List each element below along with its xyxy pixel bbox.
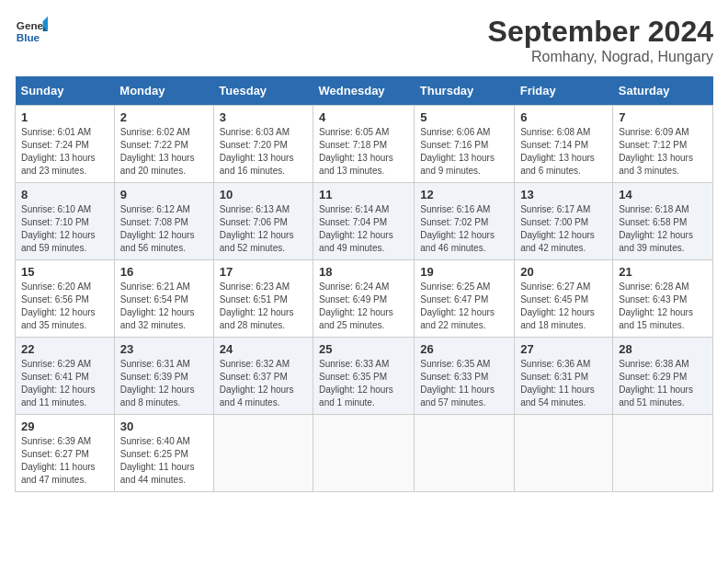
day-number: 18 (319, 265, 408, 279)
day-info: Sunrise: 6:20 AMSunset: 6:56 PMDaylight:… (21, 282, 96, 330)
day-number: 26 (420, 342, 508, 356)
calendar-cell: 12 Sunrise: 6:16 AMSunset: 7:02 PMDaylig… (415, 183, 515, 260)
day-info: Sunrise: 6:40 AMSunset: 6:25 PMDaylight:… (120, 436, 195, 485)
weekday-header-cell: Thursday (415, 76, 515, 106)
calendar-cell: 26 Sunrise: 6:35 AMSunset: 6:33 PMDaylig… (415, 338, 515, 415)
calendar-cell: 16 Sunrise: 6:21 AMSunset: 6:54 PMDaylig… (114, 260, 213, 338)
day-number: 5 (420, 110, 508, 124)
calendar-cell: 5 Sunrise: 6:06 AMSunset: 7:16 PMDayligh… (415, 106, 515, 183)
day-info: Sunrise: 6:17 AMSunset: 7:00 PMDaylight:… (520, 204, 595, 253)
calendar-row: 1 Sunrise: 6:01 AMSunset: 7:24 PMDayligh… (16, 106, 713, 183)
calendar-cell: 9 Sunrise: 6:12 AMSunset: 7:08 PMDayligh… (114, 183, 213, 260)
weekday-header-cell: Sunday (16, 76, 115, 106)
calendar-cell: 2 Sunrise: 6:02 AMSunset: 7:22 PMDayligh… (114, 106, 213, 183)
day-number: 15 (21, 265, 108, 279)
calendar-cell: 8 Sunrise: 6:10 AMSunset: 7:10 PMDayligh… (16, 183, 115, 260)
weekday-header-cell: Wednesday (313, 76, 415, 106)
day-number: 19 (420, 265, 508, 279)
calendar-cell: 30 Sunrise: 6:40 AMSunset: 6:25 PMDaylig… (114, 415, 213, 492)
day-number: 2 (120, 110, 208, 124)
calendar-cell: 19 Sunrise: 6:25 AMSunset: 6:47 PMDaylig… (415, 260, 515, 338)
calendar-cell: 24 Sunrise: 6:32 AMSunset: 6:37 PMDaylig… (213, 338, 313, 415)
calendar-cell: 20 Sunrise: 6:27 AMSunset: 6:45 PMDaylig… (515, 260, 613, 338)
day-info: Sunrise: 6:02 AMSunset: 7:22 PMDaylight:… (120, 127, 195, 176)
day-number: 12 (420, 188, 508, 201)
day-number: 21 (619, 265, 707, 279)
day-info: Sunrise: 6:31 AMSunset: 6:39 PMDaylight:… (120, 359, 195, 408)
calendar-body: 1 Sunrise: 6:01 AMSunset: 7:24 PMDayligh… (16, 106, 713, 492)
weekday-header-cell: Tuesday (213, 76, 313, 106)
title-area: September 2024 Romhany, Nograd, Hungary (488, 15, 713, 65)
calendar-row: 22 Sunrise: 6:29 AMSunset: 6:41 PMDaylig… (16, 338, 713, 415)
day-info: Sunrise: 6:21 AMSunset: 6:54 PMDaylight:… (120, 282, 195, 330)
calendar-cell: 10 Sunrise: 6:13 AMSunset: 7:06 PMDaylig… (213, 183, 313, 260)
calendar-cell: 17 Sunrise: 6:23 AMSunset: 6:51 PMDaylig… (213, 260, 313, 338)
location-title: Romhany, Nograd, Hungary (488, 49, 713, 65)
day-number: 29 (21, 419, 108, 433)
calendar-cell: 14 Sunrise: 6:18 AMSunset: 6:58 PMDaylig… (613, 183, 713, 260)
day-info: Sunrise: 6:16 AMSunset: 7:02 PMDaylight:… (420, 204, 495, 253)
day-info: Sunrise: 6:10 AMSunset: 7:10 PMDaylight:… (21, 204, 96, 253)
day-number: 17 (220, 265, 307, 279)
logo: General Blue (15, 15, 48, 48)
calendar-row: 8 Sunrise: 6:10 AMSunset: 7:10 PMDayligh… (16, 183, 713, 260)
header: General Blue September 2024 Romhany, Nog… (15, 15, 713, 65)
calendar-cell: 27 Sunrise: 6:36 AMSunset: 6:31 PMDaylig… (515, 338, 613, 415)
calendar-cell (313, 415, 415, 492)
calendar-cell: 7 Sunrise: 6:09 AMSunset: 7:12 PMDayligh… (613, 106, 713, 183)
weekday-header: SundayMondayTuesdayWednesdayThursdayFrid… (16, 76, 713, 106)
day-number: 16 (120, 265, 208, 279)
day-info: Sunrise: 6:14 AMSunset: 7:04 PMDaylight:… (319, 204, 393, 253)
calendar-cell: 15 Sunrise: 6:20 AMSunset: 6:56 PMDaylig… (16, 260, 115, 338)
day-number: 1 (21, 110, 108, 124)
day-number: 27 (520, 342, 607, 356)
weekday-header-cell: Monday (114, 76, 213, 106)
day-info: Sunrise: 6:03 AMSunset: 7:20 PMDaylight:… (220, 127, 294, 176)
day-number: 24 (220, 342, 307, 356)
calendar-cell: 22 Sunrise: 6:29 AMSunset: 6:41 PMDaylig… (16, 338, 115, 415)
day-number: 11 (319, 188, 408, 201)
calendar-cell: 23 Sunrise: 6:31 AMSunset: 6:39 PMDaylig… (114, 338, 213, 415)
day-info: Sunrise: 6:05 AMSunset: 7:18 PMDaylight:… (319, 127, 393, 176)
day-info: Sunrise: 6:08 AMSunset: 7:14 PMDaylight:… (520, 127, 595, 176)
day-info: Sunrise: 6:12 AMSunset: 7:08 PMDaylight:… (120, 204, 195, 253)
day-number: 20 (520, 265, 607, 279)
calendar-cell (613, 415, 713, 492)
day-number: 3 (220, 110, 307, 124)
calendar-cell: 28 Sunrise: 6:38 AMSunset: 6:29 PMDaylig… (613, 338, 713, 415)
calendar-cell: 13 Sunrise: 6:17 AMSunset: 7:00 PMDaylig… (515, 183, 613, 260)
day-number: 28 (619, 342, 707, 356)
svg-text:Blue: Blue (17, 31, 40, 43)
day-info: Sunrise: 6:13 AMSunset: 7:06 PMDaylight:… (220, 204, 294, 253)
day-number: 25 (319, 342, 408, 356)
day-info: Sunrise: 6:06 AMSunset: 7:16 PMDaylight:… (420, 127, 495, 176)
calendar-cell: 25 Sunrise: 6:33 AMSunset: 6:35 PMDaylig… (313, 338, 415, 415)
day-info: Sunrise: 6:29 AMSunset: 6:41 PMDaylight:… (21, 359, 96, 408)
calendar-cell: 21 Sunrise: 6:28 AMSunset: 6:43 PMDaylig… (613, 260, 713, 338)
calendar-row: 29 Sunrise: 6:39 AMSunset: 6:27 PMDaylig… (16, 415, 713, 492)
day-info: Sunrise: 6:18 AMSunset: 6:58 PMDaylight:… (619, 204, 693, 253)
day-info: Sunrise: 6:39 AMSunset: 6:27 PMDaylight:… (21, 436, 96, 485)
logo-icon: General Blue (15, 15, 48, 48)
calendar-cell: 18 Sunrise: 6:24 AMSunset: 6:49 PMDaylig… (313, 260, 415, 338)
calendar-cell (213, 415, 313, 492)
day-number: 22 (21, 342, 108, 356)
calendar-cell: 1 Sunrise: 6:01 AMSunset: 7:24 PMDayligh… (16, 106, 115, 183)
month-title: September 2024 (488, 15, 713, 49)
calendar-cell (415, 415, 515, 492)
day-info: Sunrise: 6:25 AMSunset: 6:47 PMDaylight:… (420, 282, 495, 330)
day-number: 23 (120, 342, 208, 356)
day-info: Sunrise: 6:32 AMSunset: 6:37 PMDaylight:… (220, 359, 294, 408)
day-info: Sunrise: 6:27 AMSunset: 6:45 PMDaylight:… (520, 282, 595, 330)
weekday-header-cell: Saturday (613, 76, 713, 106)
day-number: 10 (220, 188, 307, 201)
calendar-cell: 3 Sunrise: 6:03 AMSunset: 7:20 PMDayligh… (213, 106, 313, 183)
calendar-cell (515, 415, 613, 492)
calendar-cell: 6 Sunrise: 6:08 AMSunset: 7:14 PMDayligh… (515, 106, 613, 183)
day-number: 14 (619, 188, 707, 201)
day-number: 13 (520, 188, 607, 201)
day-number: 30 (120, 419, 208, 433)
day-number: 4 (319, 110, 408, 124)
day-info: Sunrise: 6:33 AMSunset: 6:35 PMDaylight:… (319, 359, 393, 408)
day-number: 7 (619, 110, 707, 124)
